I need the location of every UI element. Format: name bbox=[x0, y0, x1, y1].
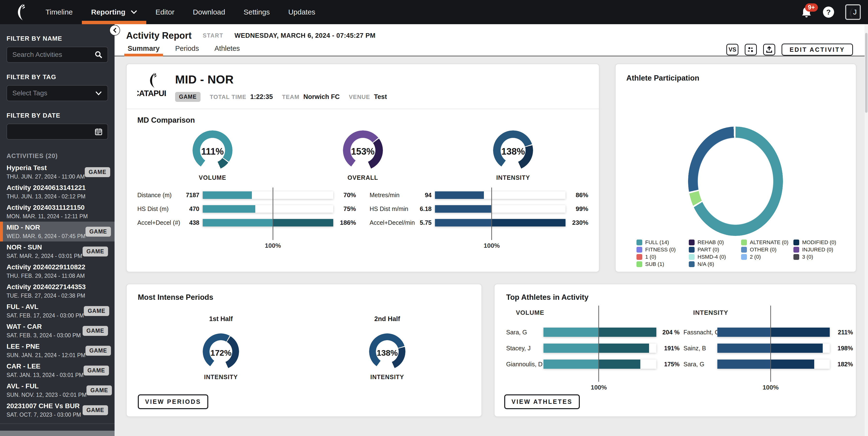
activity-item-title: NOR - SUN bbox=[6, 243, 82, 251]
top-athletes-card: Top Athletes in Activity VOLUMESara, G20… bbox=[494, 284, 857, 417]
activity-item-date: SAT. FEB. 3, 2024 - 03:00 PM bbox=[6, 332, 81, 339]
legend-item: 3 (0) bbox=[794, 253, 846, 261]
activity-list-item[interactable]: LEE - PNESUN. JAN. 21, 2024 - 12:01 PMGA… bbox=[0, 341, 115, 361]
activity-list-item[interactable]: Activity 20240613141221THU. JUN. 13, 202… bbox=[0, 182, 115, 202]
athlete-percent: 211% bbox=[833, 329, 853, 336]
legend-column: REHAB (0)PART (0)HSMD-4 (0)N/A (6) bbox=[689, 239, 741, 268]
team-value: Norwich FC bbox=[303, 93, 340, 101]
activity-item-date: THU. JUN. 27, 2024 - 11:00 AM bbox=[6, 173, 85, 180]
nav-item-settings[interactable]: Settings bbox=[235, 0, 279, 24]
athlete-bar-track bbox=[717, 328, 830, 337]
activity-item-date: SAT. MAR. 2, 2024 - 03:01 PM bbox=[6, 253, 82, 259]
gauge-value: 138% bbox=[369, 333, 405, 370]
view-athletes-button[interactable]: VIEW ATHLETES bbox=[504, 394, 580, 409]
date-input[interactable] bbox=[6, 124, 108, 140]
card-divider bbox=[127, 109, 599, 109]
scrollbar-thumb[interactable] bbox=[865, 33, 868, 113]
activity-item-title: WAT - CAR bbox=[6, 323, 81, 331]
metric-bar-track bbox=[203, 205, 333, 213]
activity-list-item[interactable]: 20231007 CHE Vs BURSAT. OCT. 7, 2023 - 0… bbox=[0, 400, 115, 420]
activity-item-date: SUN. NOV. 12, 2023 - 02:01 PM bbox=[6, 392, 87, 398]
metric-label: Accel+Decel/min bbox=[370, 219, 413, 226]
legend-swatch bbox=[794, 247, 799, 253]
nav-item-download[interactable]: Download bbox=[184, 0, 234, 24]
legend-item: HSMD-4 (0) bbox=[689, 253, 741, 261]
activity-list-item[interactable]: Activity 20240227144353TUE. FEB. 27, 202… bbox=[0, 281, 115, 301]
nav-item-updates[interactable]: Updates bbox=[279, 0, 324, 24]
metric-label: HS Dist (m) bbox=[137, 205, 180, 212]
game-badge: GAME bbox=[86, 346, 111, 356]
bar-fill bbox=[203, 205, 255, 213]
game-badge: GAME bbox=[86, 227, 111, 237]
tab-periods[interactable]: Periods bbox=[172, 44, 202, 56]
activity-item-title: LEE - PNE bbox=[6, 343, 86, 350]
activity-type-badge: GAME bbox=[175, 92, 200, 102]
activity-list-item[interactable]: NOR - SUNSAT. MAR. 2, 2024 - 03:01 PMGAM… bbox=[0, 241, 115, 261]
game-badge: GAME bbox=[83, 405, 108, 415]
gauge-label: INTENSITY bbox=[370, 374, 404, 380]
activity-item-date: WED. MAR. 6, 2024 - 07:45 PM bbox=[6, 233, 86, 239]
gauge: 138%INTENSITY bbox=[438, 130, 588, 181]
metric-percent: 70% bbox=[337, 191, 356, 199]
legend-label: FITNESS (0) bbox=[645, 246, 676, 253]
legend-label: 1 (0) bbox=[645, 254, 656, 260]
activity-item-title: FUL - AVL bbox=[6, 303, 84, 311]
view-periods-button[interactable]: VIEW PERIODS bbox=[138, 394, 208, 409]
athlete-bar-row: Stacey, J191% bbox=[506, 343, 680, 353]
legend-label: REHAB (0) bbox=[698, 239, 724, 245]
nav-item-editor[interactable]: Editor bbox=[146, 0, 184, 24]
nav-item-timeline[interactable]: Timeline bbox=[36, 0, 82, 24]
nav-item-reporting-label: Reporting bbox=[91, 8, 125, 16]
vs-compare-button[interactable]: VS bbox=[726, 44, 738, 56]
notifications-button[interactable]: 9+ bbox=[801, 6, 812, 18]
gauge-label: VOLUME bbox=[199, 174, 226, 181]
metric-percent: 230% bbox=[569, 219, 588, 227]
most-intense-periods-title: Most Intense Periods bbox=[138, 293, 470, 302]
team-label: TEAM bbox=[282, 94, 299, 100]
top-athletes-columns: VOLUMESara, G204 %Stacey, J191%Giannouli… bbox=[506, 309, 856, 392]
activity-list-item[interactable]: FUL - AVLSAT. FEB. 17, 2024 - 03:00 PMGA… bbox=[0, 301, 115, 321]
scrollbar[interactable] bbox=[865, 24, 868, 436]
activity-item-date: THU. JUN. 13, 2024 - 02:12 PM bbox=[6, 193, 86, 200]
activity-list-item[interactable]: Hyperia TestTHU. JUN. 27, 2024 - 11:00 A… bbox=[0, 162, 115, 182]
venue-value: Test bbox=[374, 93, 387, 101]
bar-fill bbox=[435, 191, 484, 199]
tab-athletes[interactable]: Athletes bbox=[211, 44, 243, 56]
activity-item-info: CAR - LEESAT. JAN. 13, 2024 - 03:01 PM bbox=[6, 363, 84, 378]
tags-select[interactable]: Select Tags bbox=[6, 85, 108, 101]
activity-list-item[interactable]: Activity 20240229110822THU. FEB. 29, 202… bbox=[0, 261, 115, 281]
bar-fill-over-100 bbox=[771, 343, 823, 353]
athlete-bar-row: Sara, G204 % bbox=[506, 328, 680, 337]
edit-activity-button[interactable]: EDIT ACTIVITY bbox=[781, 43, 853, 56]
avatar-initial: J bbox=[853, 8, 857, 16]
activity-list-item[interactable]: Activity 20240311121150MON. MAR. 11, 202… bbox=[0, 202, 115, 222]
metric-value: 470 bbox=[184, 205, 199, 212]
activity-list-item[interactable]: MID - NORWED. MAR. 6, 2024 - 07:45 PMGAM… bbox=[0, 222, 115, 241]
game-badge: GAME bbox=[87, 385, 112, 395]
activity-list-item[interactable]: CAR - LEESAT. JAN. 13, 2024 - 03:01 PMGA… bbox=[0, 361, 115, 380]
collapse-sidebar-button[interactable] bbox=[110, 25, 120, 36]
total-time-value: 1:22:35 bbox=[250, 93, 273, 101]
avatar[interactable]: J bbox=[845, 4, 861, 20]
bar-fill bbox=[717, 360, 771, 369]
bar-fill-over-100 bbox=[599, 328, 656, 337]
content-header: Activity Report START WEDNESDAY, MARCH 6… bbox=[115, 24, 868, 56]
parameters-button[interactable] bbox=[745, 44, 757, 56]
metric-value: 5.75 bbox=[416, 219, 432, 226]
help-button[interactable]: ? bbox=[823, 6, 834, 18]
tab-summary[interactable]: Summary bbox=[124, 44, 163, 56]
legend-swatch bbox=[689, 261, 694, 267]
legend-swatch bbox=[741, 254, 747, 260]
athlete-name: Sara, G bbox=[506, 329, 540, 336]
activity-list-item[interactable]: WAT - CARSAT. FEB. 3, 2024 - 03:00 PMGAM… bbox=[0, 321, 115, 341]
legend-swatch bbox=[741, 247, 747, 253]
activity-list-item[interactable]: AVL - FULSUN. NOV. 12, 2023 - 02:01 PMGA… bbox=[0, 380, 115, 400]
gauge-value: 111% bbox=[192, 130, 232, 170]
search-input[interactable]: Search Activities bbox=[6, 47, 108, 63]
column-header: VOLUME bbox=[516, 309, 680, 316]
activity-item-info: NOR - SUNSAT. MAR. 2, 2024 - 03:01 PM bbox=[6, 243, 82, 259]
athlete-bar-row: Giannoulis, D175% bbox=[506, 360, 680, 369]
metric-label: HS Dist m/min bbox=[370, 205, 413, 212]
nav-item-reporting[interactable]: Reporting bbox=[82, 0, 146, 24]
export-button[interactable] bbox=[763, 44, 775, 56]
